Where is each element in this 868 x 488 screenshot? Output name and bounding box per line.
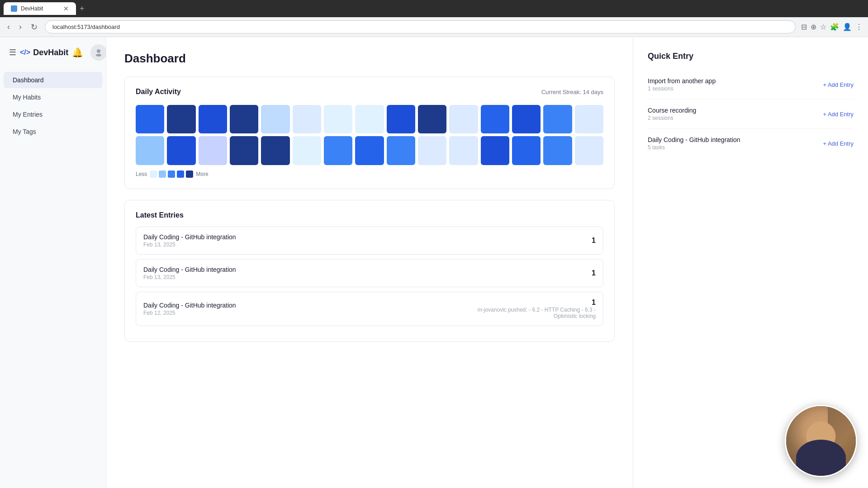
refresh-button[interactable]: ↻: [29, 20, 39, 34]
entries-list: Daily Coding - GitHub integration Feb 13…: [136, 227, 603, 326]
entry-name: Daily Coding - GitHub integration: [143, 233, 236, 241]
extensions-icon[interactable]: 🧩: [830, 23, 839, 31]
add-entry-button[interactable]: + Add Entry: [823, 81, 854, 88]
video-overlay: [785, 405, 857, 477]
reader-icon: ⊟: [801, 23, 807, 31]
profile-icon[interactable]: 👤: [843, 23, 852, 31]
legend-cell: [159, 171, 166, 178]
activity-cell: [230, 136, 258, 165]
hamburger-icon[interactable]: ☰: [9, 47, 16, 57]
quick-entry-name: Course recording: [648, 107, 696, 114]
quick-entry-item: Import from another app 1 sessions + Add…: [648, 70, 854, 99]
address-text: localhost:5173/dashboard: [52, 24, 788, 30]
back-button[interactable]: ‹: [5, 20, 12, 33]
legend-cell: [186, 171, 193, 178]
new-tab-button[interactable]: +: [80, 4, 85, 14]
video-body: [796, 440, 846, 476]
quick-entry-sessions: 5 tasks: [648, 144, 740, 151]
streak-text: Current Streak: 14 days: [541, 89, 603, 95]
browser-toolbar: ‹ › ↻ localhost:5173/dashboard ⊟ ⊕ ☆ 🧩 👤…: [0, 17, 868, 37]
quick-entry-item: Course recording 2 sessions + Add Entry: [648, 99, 854, 129]
activity-cell: [324, 136, 352, 165]
activity-cell: [199, 105, 227, 133]
table-row: Daily Coding - GitHub integration Feb 12…: [136, 292, 603, 326]
bell-icon[interactable]: 🔔: [72, 47, 83, 58]
main-content: Dashboard Daily Activity Current Streak:…: [106, 37, 633, 488]
sidebar: ☰ </> DevHabit 🔔 ▾ Dashboard: [0, 37, 106, 488]
activity-cell: [167, 136, 195, 165]
activity-cell: [512, 105, 541, 133]
entry-count: 1: [469, 298, 596, 307]
activity-cell: [387, 105, 415, 133]
activity-cell: [575, 105, 603, 133]
legend-cells: [150, 171, 193, 178]
activity-cell: [355, 136, 384, 165]
activity-cell: [481, 136, 509, 165]
add-entry-button[interactable]: + Add Entry: [823, 111, 854, 118]
activity-cell: [449, 105, 478, 133]
browser-tab[interactable]: DevHabit ✕: [4, 2, 76, 15]
daily-activity-title: Daily Activity: [136, 88, 181, 96]
add-entry-button[interactable]: + Add Entry: [823, 140, 854, 147]
activity-cell: [418, 136, 446, 165]
browser-chrome: DevHabit ✕ +: [0, 0, 868, 17]
toolbar-icons: ⊟ ⊕ ☆ 🧩 👤 ⋮: [801, 23, 863, 31]
activity-cell: [261, 105, 289, 133]
tab-favicon: [11, 5, 17, 12]
sidebar-item-dashboard[interactable]: Dashboard: [4, 72, 102, 88]
sidebar-item-my-tags[interactable]: My Tags: [4, 123, 102, 140]
activity-cell: [449, 136, 478, 165]
video-person: [786, 406, 856, 476]
card-header: Daily Activity Current Streak: 14 days: [136, 88, 603, 96]
forward-button[interactable]: ›: [17, 20, 24, 33]
sidebar-header: ☰ </> DevHabit 🔔 ▾: [0, 37, 106, 68]
sidebar-item-my-habits[interactable]: My Habits: [4, 89, 102, 105]
quick-entry-sessions: 2 sessions: [648, 115, 696, 121]
tab-title: DevHabit: [21, 5, 43, 12]
entry-count: 1: [592, 237, 596, 245]
activity-grid: [136, 105, 603, 165]
tab-close-button[interactable]: ✕: [63, 5, 69, 12]
quick-entry-title: Quick Entry: [648, 52, 854, 61]
activity-cell: [418, 105, 446, 133]
activity-cell: [324, 105, 352, 133]
avatar[interactable]: [90, 44, 107, 61]
latest-entries-card: Latest Entries Daily Coding - GitHub int…: [124, 200, 615, 342]
activity-cell: [230, 105, 258, 133]
activity-cell: [136, 136, 164, 165]
legend-more-label: More: [196, 171, 208, 177]
activity-cell: [387, 136, 415, 165]
activity-legend: Less More: [136, 171, 603, 178]
latest-entries-title: Latest Entries: [136, 211, 603, 219]
entry-count: 1: [592, 269, 596, 277]
quick-entry-list: Import from another app 1 sessions + Add…: [648, 70, 854, 158]
entry-date: Feb 12, 2025: [143, 310, 236, 316]
sidebar-nav: Dashboard My Habits My Entries My Tags: [0, 68, 106, 144]
activity-cell: [261, 136, 289, 165]
entry-date: Feb 13, 2025: [143, 242, 236, 248]
quick-entry-sessions: 1 sessions: [648, 85, 716, 92]
activity-cell: [512, 136, 541, 165]
brand: </> DevHabit: [20, 48, 68, 57]
menu-icon[interactable]: ⋮: [855, 23, 863, 31]
activity-cell: [481, 105, 509, 133]
legend-cell: [150, 171, 157, 178]
svg-point-0: [97, 49, 100, 53]
entry-date: Feb 13, 2025: [143, 274, 236, 280]
bookmark-icon[interactable]: ☆: [820, 23, 826, 31]
activity-cell: [293, 136, 321, 165]
sidebar-item-my-entries[interactable]: My Entries: [4, 106, 102, 123]
quick-entry-name: Import from another app: [648, 77, 716, 85]
page-title: Dashboard: [124, 52, 615, 66]
quick-entry-item: Daily Coding - GitHub integration 5 task…: [648, 129, 854, 158]
entry-name: Daily Coding - GitHub integration: [143, 302, 236, 309]
daily-activity-card: Daily Activity Current Streak: 14 days L…: [124, 76, 615, 189]
table-row: Daily Coding - GitHub integration Feb 13…: [136, 259, 603, 287]
legend-cell: [177, 171, 184, 178]
brand-name: DevHabit: [33, 48, 68, 57]
activity-cell: [543, 105, 572, 133]
activity-cell: [575, 136, 603, 165]
address-bar[interactable]: localhost:5173/dashboard: [45, 20, 796, 33]
activity-cell: [293, 105, 321, 133]
activity-cell: [355, 105, 384, 133]
